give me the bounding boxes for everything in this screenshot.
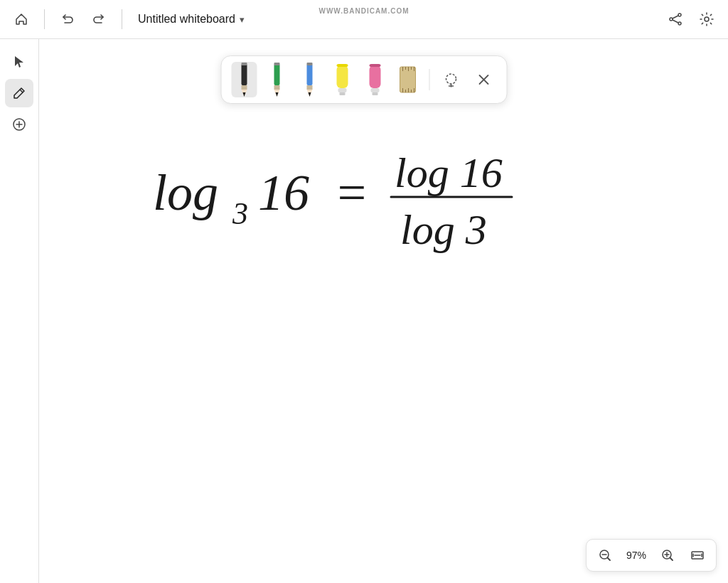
zoom-bar: 97% (586, 539, 717, 572)
svg-rect-25 (337, 65, 348, 88)
svg-rect-24 (307, 63, 313, 65)
svg-marker-23 (309, 92, 311, 97)
svg-rect-28 (337, 64, 348, 67)
svg-marker-18 (276, 92, 279, 97)
divider-1 (44, 9, 45, 29)
svg-rect-21 (307, 85, 313, 90)
svg-text:=: = (334, 164, 369, 221)
title-area[interactable]: Untitled whiteboard ▾ (132, 10, 250, 28)
watermark: WWW.BANDICAM.COM (318, 7, 409, 15)
svg-point-2 (670, 18, 673, 21)
pink-highlighter-item[interactable] (363, 62, 388, 97)
svg-rect-32 (370, 64, 381, 67)
ruler-item[interactable] (395, 62, 421, 97)
svg-rect-14 (242, 63, 247, 65)
svg-rect-27 (340, 92, 346, 95)
svg-text:log 3: log 3 (400, 206, 487, 253)
yellow-highlighter-item[interactable] (330, 62, 355, 97)
undo-button[interactable] (55, 6, 80, 32)
fit-screen-button[interactable] (686, 544, 709, 567)
svg-rect-29 (370, 65, 381, 88)
svg-rect-20 (307, 64, 313, 85)
svg-line-57 (608, 558, 611, 561)
pen-tool-button[interactable] (5, 79, 33, 107)
svg-text:16: 16 (258, 164, 309, 221)
divider-2 (122, 9, 122, 29)
svg-rect-15 (274, 64, 280, 85)
svg-rect-26 (338, 88, 347, 92)
topbar: Untitled whiteboard ▾ WWW.BANDICAM.COM (0, 0, 728, 39)
share-button[interactable] (663, 6, 688, 32)
black-pen-item[interactable] (232, 62, 257, 97)
sidebar (0, 39, 39, 583)
title-dropdown-icon: ▾ (240, 14, 245, 25)
svg-line-61 (670, 558, 673, 561)
svg-point-1 (678, 22, 681, 25)
svg-point-45 (446, 74, 456, 84)
select-tool-button[interactable] (5, 48, 33, 76)
svg-point-0 (678, 14, 681, 16)
lasso-button[interactable] (439, 67, 464, 92)
svg-rect-19 (274, 63, 280, 65)
svg-text:log: log (153, 164, 218, 221)
whiteboard-title: Untitled whiteboard (138, 13, 235, 26)
svg-rect-10 (242, 64, 247, 85)
settings-button[interactable] (694, 6, 719, 32)
svg-line-6 (20, 90, 23, 92)
canvas-area[interactable]: log 3 16 = log 16 log 3 (39, 39, 728, 583)
blue-pen-item[interactable] (297, 62, 323, 97)
svg-marker-13 (243, 92, 246, 97)
svg-rect-30 (371, 88, 380, 92)
svg-rect-16 (274, 85, 280, 90)
pen-toolbar (221, 55, 508, 104)
whiteboard-content: log 3 16 = log 16 log 3 (39, 39, 728, 583)
svg-text:log 16: log 16 (395, 149, 503, 196)
svg-text:3: 3 (232, 196, 248, 231)
green-pen-item[interactable] (264, 62, 290, 97)
svg-rect-11 (242, 85, 247, 90)
toolbar-sep (429, 69, 430, 90)
svg-line-3 (673, 16, 678, 18)
zoom-value: 97% (623, 550, 649, 561)
svg-rect-33 (400, 67, 416, 92)
home-button[interactable] (9, 6, 34, 32)
redo-button[interactable] (86, 6, 112, 32)
close-toolbar-button[interactable] (471, 67, 497, 92)
svg-line-4 (673, 20, 678, 23)
svg-point-5 (705, 17, 709, 21)
math-content: log 3 16 = log 16 log 3 (153, 149, 512, 253)
add-content-button[interactable] (5, 110, 33, 139)
svg-rect-31 (373, 92, 378, 95)
zoom-in-button[interactable] (656, 544, 679, 567)
zoom-out-button[interactable] (594, 544, 616, 567)
